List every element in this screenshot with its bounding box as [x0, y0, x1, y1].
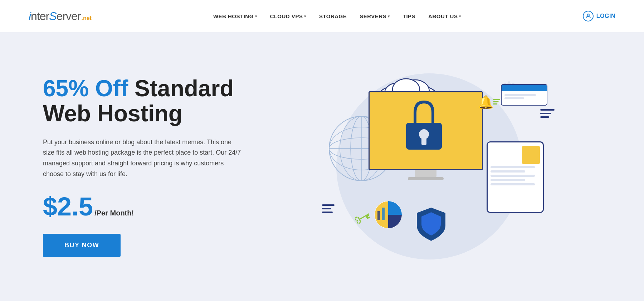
- nav-storage[interactable]: STORAGE: [319, 13, 347, 19]
- price-period: /Per Month!: [94, 209, 134, 217]
- price-display: $2.5 /Per Month!: [43, 194, 258, 219]
- svg-rect-22: [382, 208, 385, 220]
- svg-point-18: [419, 129, 429, 139]
- login-button[interactable]: LOGIN: [583, 11, 615, 21]
- logo-net: .net: [82, 15, 92, 21]
- hero-content: 65% Off StandardWeb Hosting Put your bus…: [43, 76, 258, 257]
- pie-chart-icon: [374, 200, 402, 229]
- hero-description: Put your business online or blog about t…: [43, 137, 243, 180]
- logo-text-server: erver: [57, 10, 81, 23]
- bell-icon: 🔔: [478, 95, 494, 110]
- price-amount: $2.5: [43, 194, 93, 219]
- decorative-lines-left: [322, 204, 335, 213]
- illustration-container: ⚙: [304, 63, 555, 270]
- nav-tips[interactable]: TIPS: [403, 13, 415, 19]
- svg-rect-19: [421, 138, 426, 145]
- logo[interactable]: interS erver .net: [29, 10, 92, 23]
- chevron-down-icon: ▾: [459, 14, 461, 18]
- padlock-icon: [401, 98, 444, 149]
- nav-web-hosting[interactable]: WEB HOSTING ▾: [213, 13, 257, 19]
- logo-text-inter: interS: [29, 10, 57, 23]
- svg-point-0: [587, 14, 589, 16]
- tablet-icon: [487, 141, 544, 213]
- header: interS erver .net WEB HOSTING ▾ CLOUD VP…: [0, 0, 644, 32]
- user-icon: [583, 11, 594, 21]
- nav-about-us[interactable]: ABOUT US ▾: [428, 13, 461, 19]
- chevron-down-icon: ▾: [255, 14, 257, 18]
- headline-discount: 65% Off: [43, 76, 128, 101]
- notification-waves-icon: [493, 99, 500, 105]
- hero-illustration: ⚙: [258, 59, 601, 274]
- credit-card-icon: [501, 84, 547, 106]
- login-label: LOGIN: [596, 13, 615, 19]
- svg-rect-21: [377, 211, 380, 220]
- decorative-lines-right: [540, 109, 555, 118]
- main-nav: WEB HOSTING ▾ CLOUD VPS ▾ STORAGE SERVER…: [213, 13, 461, 19]
- nav-servers[interactable]: SERVERS ▾: [360, 13, 390, 19]
- nav-cloud-vps[interactable]: CLOUD VPS ▾: [270, 13, 306, 19]
- buy-now-button[interactable]: BUY NOW: [43, 234, 121, 257]
- shield-icon: [415, 206, 444, 238]
- hero-headline: 65% Off StandardWeb Hosting: [43, 76, 258, 126]
- hero-section: 65% Off StandardWeb Hosting Put your bus…: [0, 32, 644, 301]
- chevron-down-icon: ▾: [388, 14, 390, 18]
- chevron-down-icon: ▾: [304, 14, 306, 18]
